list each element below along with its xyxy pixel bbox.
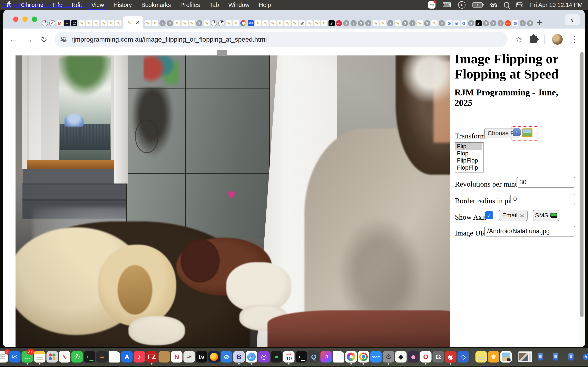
dock-unknown-app-icon[interactable]: [159, 351, 170, 363]
control-center-icon[interactable]: [516, 2, 523, 7]
dock-bbedit-icon[interactable]: B: [233, 351, 245, 363]
bookmark-star-icon[interactable]: ☆: [515, 34, 523, 44]
menu-item-profiles[interactable]: Profiles: [176, 2, 205, 8]
profile-avatar[interactable]: [552, 34, 563, 45]
menu-item-edit[interactable]: Edit: [67, 2, 86, 8]
reload-button[interactable]: ↻: [40, 35, 47, 43]
tab-pencil[interactable]: ✎: [78, 18, 85, 29]
dock-iterm-icon[interactable]: ›_: [296, 351, 307, 363]
dock-calculator-icon[interactable]: =: [96, 351, 108, 363]
tab-scircle[interactable]: S: [526, 18, 534, 29]
rpm-input[interactable]: [517, 177, 575, 188]
battery-charging-icon[interactable]: ⚡: [472, 2, 483, 8]
menu-item-tab[interactable]: Tab: [205, 2, 224, 8]
browser-menu-icon[interactable]: ⋮: [570, 35, 579, 44]
tab-scircle[interactable]: S: [387, 18, 394, 29]
tab-pencil[interactable]: ✎: [284, 18, 291, 29]
dock-terminal-2-icon[interactable]: ≈: [271, 351, 282, 363]
sms-button[interactable]: SMS: [533, 210, 559, 221]
tab-scircle[interactable]: S: [357, 18, 365, 29]
minimize-window-button[interactable]: [22, 17, 28, 22]
dock-freeform-icon[interactable]: ∿: [59, 351, 70, 363]
tab-scircle[interactable]: S: [365, 18, 372, 29]
dock-music-icon[interactable]: ♪: [134, 351, 145, 363]
tab-pencil[interactable]: ✎: [232, 18, 240, 29]
tab-google[interactable]: G: [445, 18, 453, 29]
dock-blue-app-icon[interactable]: ◇: [458, 351, 469, 363]
image-url-input[interactable]: [484, 226, 575, 236]
tab-scircle[interactable]: S: [467, 18, 475, 29]
dock-inkscape-icon[interactable]: ◆: [395, 351, 407, 363]
transform-option-flopflip[interactable]: FlopFlip: [455, 164, 484, 171]
tab-pencil[interactable]: ✎: [320, 18, 328, 29]
tab-scircle[interactable]: S: [482, 18, 490, 29]
dock-pixelmator-icon[interactable]: [346, 351, 357, 363]
tab-gear[interactable]: ⚙: [453, 18, 460, 29]
tab-pencil[interactable]: ✎: [93, 18, 100, 29]
tab-google[interactable]: G: [460, 18, 467, 29]
dock-gauge-app-icon[interactable]: ◉: [445, 351, 457, 363]
dock-launchpad-icon[interactable]: [47, 351, 58, 363]
keyboard-icon[interactable]: ⌨: [442, 2, 451, 8]
tab-pencil[interactable]: ✎: [254, 18, 262, 29]
show-axis-checkbox[interactable]: ✓: [485, 211, 493, 219]
tab-scircle[interactable]: S: [490, 18, 497, 29]
new-tab-button[interactable]: +: [537, 18, 542, 27]
dock-paragon-icon[interactable]: ⊘: [221, 351, 232, 363]
dock-minimized-app-icon[interactable]: A: [583, 354, 588, 360]
tab-pencil[interactable]: ✎: [100, 18, 107, 29]
scrollbar-thumb[interactable]: [580, 52, 584, 317]
wifi-icon[interactable]: [490, 3, 497, 7]
transform-listbox[interactable]: FlipFlopFlipFlopFlopFlip: [455, 142, 484, 173]
email-button[interactable]: Email ✉: [499, 210, 527, 221]
tab-google[interactable]: G: [512, 18, 519, 29]
dock-news-icon[interactable]: N: [171, 351, 182, 363]
zoom-window-button[interactable]: [32, 17, 37, 22]
transform-option-flop[interactable]: Flop: [455, 150, 484, 157]
tab-afl[interactable]: AFL: [335, 18, 343, 29]
tab-scircle[interactable]: S: [166, 18, 173, 29]
dock-minimized-doc-icon[interactable]: [553, 353, 558, 360]
tab-pencil[interactable]: ✎: [306, 18, 313, 29]
menu-item-history[interactable]: History: [109, 2, 137, 8]
tab-pencil[interactable]: ✎: [262, 18, 269, 29]
tab-pencil[interactable]: ✎: [203, 18, 210, 29]
close-tab-icon[interactable]: ✕: [136, 20, 140, 25]
menu-item-file[interactable]: File: [48, 2, 67, 8]
tab-pencil[interactable]: ✎: [107, 18, 115, 29]
tab-pencil[interactable]: ✎: [173, 18, 181, 29]
transform-option-flip[interactable]: Flip: [455, 143, 482, 150]
url-text[interactable]: rjmprogramming.com.au/image_flipping_or_…: [71, 36, 267, 43]
dock-zoom-icon[interactable]: zoom: [370, 351, 382, 363]
dock-pages-doc-icon[interactable]: [333, 351, 345, 363]
dock-terminal-icon[interactable]: ›_: [84, 351, 95, 363]
dock-intellij-icon[interactable]: IJ: [320, 351, 332, 363]
tab-search-chevron-icon[interactable]: ∨: [565, 14, 580, 25]
forward-button[interactable]: →: [25, 35, 33, 43]
menu-item-help[interactable]: Help: [254, 2, 276, 8]
dock-messages-icon[interactable]: …208: [22, 351, 33, 363]
tab-pencil[interactable]: ✎: [151, 18, 159, 29]
menu-item-view[interactable]: View: [86, 2, 109, 8]
back-button[interactable]: ←: [9, 35, 17, 43]
dock-notes-icon[interactable]: [34, 351, 45, 363]
dock-system-settings-icon[interactable]: ⚙: [383, 351, 394, 363]
tab-scircle[interactable]: S: [424, 18, 431, 29]
search-icon[interactable]: [504, 2, 509, 8]
dock-minimized-window-icon[interactable]: [518, 351, 532, 362]
tab-clockcheck[interactable]: ✓: [49, 18, 56, 29]
tab-scircle[interactable]: S: [438, 18, 445, 29]
dock-opera-icon[interactable]: O: [420, 351, 432, 363]
dock-apple-tv-icon[interactable]: tv: [196, 351, 208, 363]
tab-keyhole[interactable]: ●: [63, 18, 71, 29]
meetx-app-icon[interactable]: mx: [428, 1, 435, 8]
tab-scircle[interactable]: S: [196, 18, 203, 29]
dock-firefox-icon[interactable]: [208, 351, 220, 363]
tab-pencil[interactable]: ✎: [291, 18, 298, 29]
dock-stickies-icon[interactable]: [476, 351, 487, 363]
play-icon[interactable]: ▶: [458, 1, 466, 8]
tab-gmail[interactable]: M: [56, 18, 63, 29]
dock-gimp-icon[interactable]: ✑: [183, 351, 195, 363]
menu-item-window[interactable]: Window: [224, 2, 254, 8]
tab-scircle[interactable]: S: [350, 18, 357, 29]
